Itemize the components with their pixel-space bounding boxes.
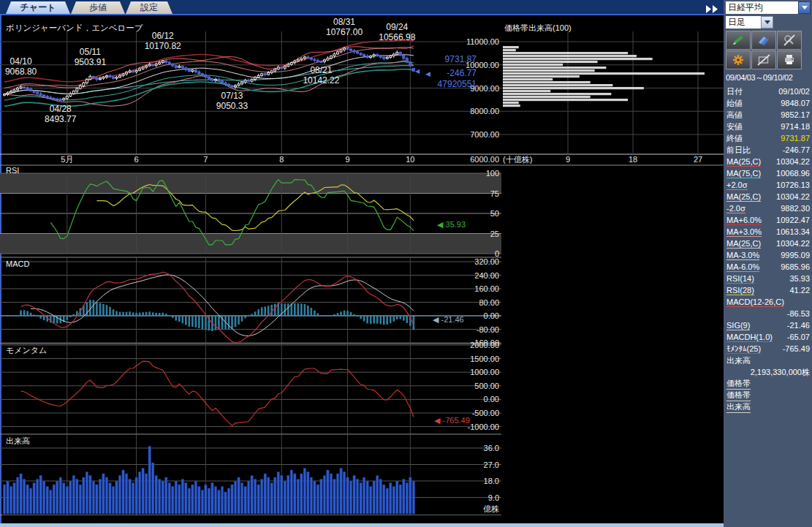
sidebar-row-label[interactable]: MA-3.0%	[726, 251, 759, 260]
rsi-ytick: 100	[486, 169, 499, 178]
volume-bar	[165, 477, 167, 514]
momentum-value-marker: ◀ -765.49	[434, 416, 470, 425]
draw-tool-button[interactable]	[726, 31, 751, 50]
sidebar-row-label[interactable]: 出来高	[726, 401, 751, 413]
sidebar-row-value: 9995.09	[781, 251, 810, 259]
macd-panel-title: MACD	[6, 259, 29, 268]
volume-bar	[185, 483, 187, 515]
volume-bar	[142, 469, 144, 515]
price-band-unit: (十億株)	[503, 155, 532, 164]
volume-bar	[151, 463, 153, 514]
sidebar-row-label[interactable]: 価格帯	[726, 390, 751, 401]
volume-bar	[96, 485, 98, 514]
volume-bar	[270, 483, 273, 515]
volume-ytick: 36.0	[484, 444, 499, 452]
volume-bar	[69, 481, 72, 514]
volume-bar	[59, 477, 61, 514]
macd-ytick: 160.00	[474, 284, 499, 293]
sidebar-row-value: 10304.22	[776, 239, 810, 248]
settings-tool-button[interactable]	[726, 50, 751, 69]
current-close: 9731.87	[445, 54, 477, 64]
sidebar-row-value: 9848.07	[781, 99, 810, 107]
volume-ytick: 9.0	[488, 493, 499, 502]
sidebar-row: 安値9714.18	[726, 121, 811, 132]
volume-bar	[383, 485, 385, 514]
volume-bar	[244, 487, 246, 515]
period-dropdown-icon[interactable]	[761, 16, 773, 29]
print-tool-button[interactable]	[777, 50, 802, 69]
volume-bar	[138, 472, 140, 515]
symbol-combo[interactable]: 日経平均	[726, 1, 811, 14]
volume-bar	[330, 474, 332, 514]
sidebar-row-label[interactable]: MA-6.0%	[726, 262, 759, 272]
sidebar-row-value: 10922.47	[776, 216, 810, 224]
sidebar-row: SIG(9)-21.46	[726, 319, 811, 331]
volume-bar	[50, 490, 52, 515]
sidebar-row-value: 41.22	[789, 286, 810, 295]
symbol-value: 日経平均	[726, 1, 798, 14]
sidebar-row-label[interactable]: RSI(28)	[726, 286, 754, 295]
sidebar-row-label[interactable]: ﾓﾒﾝﾀﾑ(25)	[726, 344, 761, 354]
annotation-date: 08/21	[310, 65, 332, 75]
sidebar-row: -2.0σ9882.30	[726, 202, 811, 214]
symbol-dropdown-icon[interactable]	[798, 1, 811, 14]
volume-bar	[303, 469, 306, 515]
sidebar-row-label[interactable]: +2.0σ	[726, 181, 748, 190]
volume-bar	[109, 483, 111, 515]
zoom-tool-button-disabled[interactable]	[777, 31, 802, 50]
volume-bar	[172, 487, 174, 515]
sidebar-row: 終値9731.87	[726, 132, 811, 144]
price-band-xtick: 9	[566, 155, 570, 164]
volume-bar	[16, 477, 18, 514]
sidebar-row-label[interactable]: MA+6.0%	[726, 216, 762, 225]
macd-ytick: -80.00	[477, 325, 499, 334]
momentum-ytick: 0.00	[484, 395, 499, 403]
momentum-ytick: 500.00	[474, 382, 499, 390]
volume-bar	[353, 476, 355, 515]
sidebar-row-label[interactable]: MA(75,C)	[726, 169, 761, 178]
volume-bar	[284, 481, 286, 514]
eraser-tool-button[interactable]	[751, 31, 776, 50]
sidebar-row: MA-3.0%9995.09	[726, 249, 811, 261]
volume-bar	[63, 483, 65, 515]
sidebar-row-label[interactable]: SIG(9)	[726, 321, 750, 330]
tab-chart[interactable]: チャート	[6, 1, 70, 14]
sidebar-row: MA+3.0%10613.34	[726, 226, 811, 238]
sidebar-row-value: -21.46	[787, 321, 810, 330]
price-band-bar	[503, 67, 606, 69]
month-label: 10	[406, 155, 414, 164]
volume-bar	[191, 485, 194, 514]
annotation-price: 9503.91	[75, 57, 107, 67]
sidebar-row-label[interactable]: 価格帯	[726, 378, 751, 390]
volume-bar	[13, 483, 15, 515]
annotation-date: 07/13	[221, 91, 243, 101]
capture-tool-button-disabled[interactable]	[751, 50, 776, 69]
sidebar-row-label[interactable]: MACD(12-26,C)	[726, 297, 784, 307]
volume-bar	[366, 481, 368, 514]
sidebar: 日経平均 日足 09/04/03～09/10/02 日付09/10/02始値98…	[724, 0, 812, 527]
period-combo[interactable]: 日足	[726, 16, 811, 29]
volume-bar	[56, 481, 58, 514]
sidebar-row-label[interactable]: MACDH(1.0)	[726, 333, 773, 342]
tab-settings[interactable]: 設定	[126, 1, 172, 14]
sidebar-row-value: 9882.30	[781, 204, 810, 213]
chart-area[interactable]: 04/109068.8004/288493.7705/119503.9106/1…	[0, 14, 724, 523]
volume-bar	[33, 483, 35, 515]
sidebar-row-label: 高値	[726, 110, 743, 121]
sidebar-row-label[interactable]: MA(25,C)	[726, 239, 761, 249]
volume-bar	[218, 490, 220, 515]
tab-ayumine[interactable]: 歩値	[71, 1, 125, 14]
sidebar-row-label[interactable]: MA(25,C)	[726, 192, 761, 202]
volume-bar	[83, 477, 85, 514]
annotation-price: 9050.33	[216, 101, 248, 111]
momentum-ytick: 2000.00	[470, 341, 499, 349]
sidebar-row-value: 10068.96	[776, 169, 810, 178]
sidebar-row-label[interactable]: RSI(14)	[726, 274, 754, 284]
sidebar-row: RSI(28)41.22	[726, 284, 811, 296]
sidebar-row-value: 9731.87	[781, 134, 810, 143]
sidebar-row-label[interactable]: MA(25,C)	[726, 157, 761, 167]
sidebar-row-label[interactable]: MA+3.0%	[726, 227, 762, 237]
price-band-bar	[503, 64, 563, 66]
sidebar-row-label[interactable]: -2.0σ	[726, 204, 745, 213]
volume-bar	[99, 479, 101, 515]
